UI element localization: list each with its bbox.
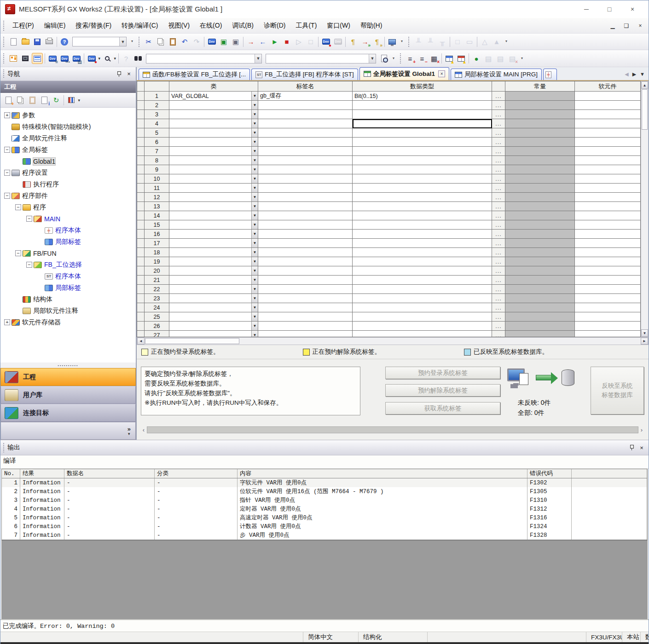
- row-number-cell[interactable]: 6: [145, 138, 169, 147]
- cell-label-name[interactable]: [258, 248, 353, 257]
- class-dropdown-icon[interactable]: ▼: [251, 119, 258, 128]
- cell-class[interactable]: ▼: [169, 257, 258, 266]
- horizontal-scroll-thumb[interactable]: [145, 338, 239, 344]
- delete-row-icon[interactable]: ≡−: [417, 53, 428, 64]
- menu-item[interactable]: 视图(V): [163, 20, 195, 32]
- class-dropdown-icon[interactable]: ▼: [251, 211, 258, 220]
- menu-item[interactable]: 调试(B): [227, 20, 259, 32]
- class-dropdown-icon[interactable]: ▼: [251, 165, 258, 174]
- cell-device[interactable]: [575, 156, 641, 165]
- cell-label-name[interactable]: [258, 322, 353, 331]
- tree-item[interactable]: −MAIN: [0, 213, 136, 224]
- device-test-icon[interactable]: ●: [320, 36, 331, 47]
- cell-class[interactable]: ▼: [169, 156, 258, 165]
- cell-label-name[interactable]: [258, 285, 353, 294]
- collapse-icon[interactable]: −: [26, 216, 32, 222]
- collapse-icon[interactable]: −: [4, 147, 10, 153]
- cross-reference-icon[interactable]: ●: [471, 53, 482, 64]
- cell-data-type[interactable]: [353, 193, 492, 202]
- import-system-label-button[interactable]: 获取系统标签: [385, 402, 500, 414]
- plc-read-icon[interactable]: ←: [257, 36, 268, 47]
- data-properties-icon[interactable]: i: [39, 95, 50, 106]
- class-dropdown-icon[interactable]: ▼: [251, 128, 258, 137]
- type-browse-button[interactable]: ...: [492, 331, 505, 337]
- tree-item[interactable]: −程序部件: [0, 190, 136, 201]
- cell-data-type[interactable]: [353, 230, 492, 239]
- class-dropdown-icon[interactable]: ▼: [251, 322, 258, 330]
- cell-label-name[interactable]: [258, 276, 353, 285]
- row-number-cell[interactable]: 9: [145, 165, 169, 174]
- cell-class[interactable]: ▼: [169, 303, 258, 312]
- class-dropdown-icon[interactable]: ▼: [251, 193, 258, 201]
- row-number-cell[interactable]: 4: [145, 119, 169, 128]
- cell-data-type[interactable]: [353, 119, 492, 128]
- new-project-icon[interactable]: [8, 36, 19, 47]
- window-close-button[interactable]: ×: [627, 6, 637, 13]
- navigation-pin-icon[interactable]: [117, 71, 121, 77]
- cell-device[interactable]: [575, 230, 641, 239]
- type-browse-button[interactable]: ...: [492, 110, 505, 119]
- class-dropdown-icon[interactable]: ▼: [251, 156, 258, 165]
- output-row[interactable]: 3Information--指针 VAR用 使用0点F1310: [2, 496, 647, 505]
- row-number-cell[interactable]: 18: [145, 248, 169, 257]
- tab-close-icon[interactable]: ×: [438, 70, 445, 77]
- toolbar-overflow-icon[interactable]: ▾: [399, 36, 405, 47]
- online-change-icon[interactable]: →»: [359, 36, 371, 47]
- toolbar-grip[interactable]: [138, 36, 140, 47]
- menu-item[interactable]: 窗口(W): [322, 20, 355, 32]
- cell-data-type[interactable]: [353, 266, 492, 276]
- type-browse-button[interactable]: ...: [492, 92, 505, 101]
- class-dropdown-icon[interactable]: ▼: [251, 239, 258, 247]
- cell-data-type[interactable]: [353, 174, 492, 184]
- scroll-left-icon[interactable]: ◄: [137, 338, 145, 345]
- vertical-scrollbar[interactable]: ▲ ▼: [641, 81, 649, 337]
- cell-device[interactable]: [575, 211, 641, 220]
- class-dropdown-icon[interactable]: ▼: [251, 147, 258, 155]
- tree-item[interactable]: −FB/FUN: [0, 247, 136, 259]
- cell-label-name[interactable]: [258, 312, 353, 322]
- scroll-up-icon[interactable]: ▲: [641, 81, 648, 89]
- output-pin-icon[interactable]: [630, 445, 634, 450]
- horizontal-scrollbar[interactable]: ◄ ►: [137, 337, 649, 345]
- document-tab[interactable]: 函数/FB标签设置 FB_工位选择 [...: [139, 69, 250, 80]
- type-browse-button[interactable]: ...: [492, 239, 505, 248]
- type-browse-button[interactable]: ...: [492, 220, 505, 230]
- row-number-cell[interactable]: 8: [145, 156, 169, 165]
- cell-device[interactable]: [575, 119, 641, 128]
- menu-item[interactable]: 在线(O): [195, 20, 227, 32]
- cell-class[interactable]: ▼: [169, 202, 258, 211]
- row-number-cell[interactable]: 23: [145, 294, 169, 303]
- nav-splitter[interactable]: ▪▪▪▪▪▪▪▪▪▪: [0, 362, 136, 368]
- device-display-icon[interactable]: ●▾: [86, 53, 97, 64]
- type-browse-button[interactable]: ...: [492, 202, 505, 211]
- work-window-icon[interactable]: [32, 53, 43, 64]
- document-tab[interactable]: 局部标签设置 MAIN [PRG]: [451, 69, 542, 80]
- type-browse-button[interactable]: ...: [492, 294, 505, 303]
- cell-class[interactable]: ▼: [169, 312, 258, 322]
- cell-label-name[interactable]: gb_缓存: [258, 92, 353, 101]
- cell-device[interactable]: [575, 248, 641, 257]
- row-number-cell[interactable]: 21: [145, 276, 169, 285]
- expand-icon[interactable]: +: [4, 112, 10, 118]
- cell-class[interactable]: ▼: [169, 119, 258, 128]
- panel-scroll-right-icon[interactable]: ›: [638, 426, 645, 433]
- menu-item[interactable]: 工程(P): [7, 20, 39, 32]
- toolbar-grip[interactable]: [400, 53, 402, 64]
- type-browse-button[interactable]: ...: [492, 211, 505, 220]
- toolbar-grip[interactable]: [3, 36, 5, 47]
- find-keyword-combo[interactable]: ▼: [266, 54, 376, 63]
- view-selector-more-button[interactable]: »▾: [0, 422, 136, 440]
- row-number-cell[interactable]: 5: [145, 128, 169, 138]
- register-watch-red-icon[interactable]: ▲: [456, 53, 467, 64]
- cell-data-type[interactable]: [353, 101, 492, 110]
- cell-data-type[interactable]: [353, 276, 492, 285]
- tree-item[interactable]: −FB_工位选择: [0, 259, 136, 270]
- sort-filter-icon[interactable]: ▾: [66, 95, 77, 106]
- row-number-cell[interactable]: 7: [145, 147, 169, 156]
- tree-item[interactable]: Global1: [0, 155, 136, 167]
- hw-config-icon[interactable]: ▣: [230, 36, 241, 47]
- device-note-icon[interactable]: ▤: [71, 53, 82, 64]
- cell-device[interactable]: [575, 147, 641, 156]
- row-number-cell[interactable]: 16: [145, 230, 169, 239]
- tree-item[interactable]: +软元件存储器: [0, 316, 136, 328]
